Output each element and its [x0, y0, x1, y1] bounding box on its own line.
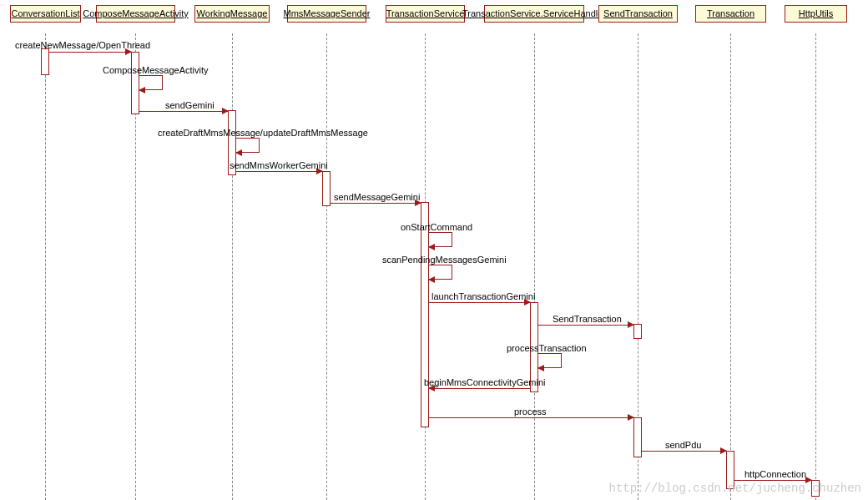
self-message [429, 265, 452, 280]
message-label: SendTransaction [553, 314, 622, 324]
participant-transactionservicehandler: TransactionService.ServiceHandler [484, 5, 584, 23]
message-arrow [139, 111, 228, 112]
participant-mmsmessagesender: MmsMessageSender [287, 5, 366, 23]
participant-sendtransaction: SendTransaction [598, 5, 678, 23]
participant-transaction: Transaction [695, 5, 766, 23]
message-arrow [331, 203, 421, 204]
message-label: scanPendingMessagesGemini [382, 255, 507, 265]
message-label: onStartCommand [401, 222, 472, 232]
message-label: beginMmsConnectivityGemini [424, 377, 546, 387]
participant-workingmessage: WorkingMessage [194, 5, 270, 23]
message-arrow [236, 171, 322, 172]
activation-bar [633, 324, 642, 339]
message-label: httpConnection [744, 469, 806, 479]
participant-transactionservice: TransactionService [386, 5, 465, 23]
participant-conversationlist: ConversationList [10, 5, 81, 23]
self-message [236, 138, 260, 153]
participant-composemessageactivity: ComposeMessageActivity [96, 5, 175, 23]
message-label: sendGemini [165, 100, 214, 110]
message-arrow [429, 388, 530, 389]
message-arrow [642, 451, 726, 452]
watermark-text: http://blog.csdn.net/jucheng.chuzhen [609, 482, 861, 495]
message-arrow [49, 52, 131, 53]
self-message [429, 232, 452, 247]
message-label: processTransaction [507, 343, 587, 353]
lifeline [45, 33, 46, 500]
message-arrow [429, 302, 530, 303]
lifeline [232, 33, 233, 500]
message-label: sendPdu [665, 440, 701, 450]
message-label: launchTransactionGemini [431, 291, 535, 301]
activation-bar [421, 202, 429, 427]
activation-bar [633, 417, 642, 457]
lifeline [534, 33, 535, 500]
lifeline [730, 33, 731, 500]
message-label: sendMmsWorkerGemini [230, 160, 328, 170]
activation-bar [41, 48, 49, 75]
message-label: ComposeMessageActivity [103, 65, 209, 75]
message-label: process [514, 407, 547, 417]
lifeline [815, 33, 816, 500]
message-arrow [429, 417, 633, 418]
lifeline [326, 33, 327, 500]
self-message [139, 75, 163, 90]
self-message [538, 353, 562, 368]
message-label: createDraftMmsMessage/updateDraftMmsMess… [158, 128, 368, 138]
message-arrow [538, 325, 633, 326]
activation-bar [322, 171, 331, 206]
activation-bar [131, 52, 139, 114]
message-arrow [734, 480, 811, 481]
participant-httputils: HttpUtils [785, 5, 847, 23]
message-label: sendMessageGemini [334, 192, 420, 202]
